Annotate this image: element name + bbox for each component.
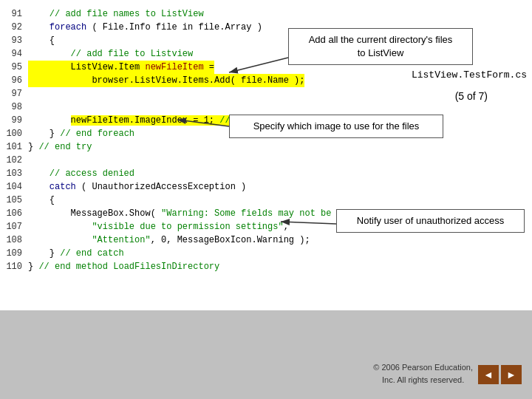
line-num-108: 108 <box>0 233 28 247</box>
tooltip-add-files: Add all the current directory's files to… <box>288 28 473 65</box>
code-line-109: 109 } // end catch <box>0 247 532 260</box>
code-text-91: // add file names to ListView <box>28 7 204 21</box>
copyright-text: © 2006 Pearson Education, Inc. All right… <box>373 361 473 386</box>
line-num-102: 102 <box>0 154 28 167</box>
code-line-98: 98 <box>0 100 532 114</box>
tooltip-notify-user: Notify user of unauthorized access <box>336 209 525 233</box>
bottom-bar: © 2006 Pearson Education, Inc. All right… <box>0 310 532 399</box>
line-num-110: 110 <box>0 260 28 273</box>
code-text-94: // add file to Listview <box>28 47 193 61</box>
prev-button[interactable]: ◄ <box>478 365 499 384</box>
tooltip-specify-image: Specify which image to use for the files <box>229 115 443 138</box>
code-text-104: catch ( UnauthorizedAccessException ) <box>28 180 246 194</box>
code-line-104: 104 catch ( UnauthorizedAccessException … <box>0 180 532 194</box>
code-text-100: } // end foreach <box>28 127 134 140</box>
code-line-102: 102 <box>0 154 532 167</box>
code-line-91: 91 // add file names to ListView <box>0 7 532 21</box>
code-line-105: 105 { <box>0 194 532 207</box>
line-num-103: 103 <box>0 167 28 180</box>
code-text-103: // access denied <box>28 167 134 180</box>
next-button[interactable]: ► <box>501 365 522 384</box>
code-text-108: "Attention", 0, MessageBoxIcon.Warning )… <box>28 233 310 247</box>
line-num-97: 97 <box>0 87 28 100</box>
line-num-93: 93 <box>0 34 28 47</box>
line-num-94: 94 <box>0 47 28 61</box>
line-num-95: 95 <box>0 61 28 74</box>
code-text-96: browser.ListView.Items.Add( file.Name ); <box>28 74 304 87</box>
line-num-105: 105 <box>0 194 28 207</box>
step-indicator: (5 of 7) <box>455 90 488 102</box>
code-text-110: } // end method LoadFilesInDirectory <box>28 260 219 273</box>
line-num-104: 104 <box>0 180 28 194</box>
code-text-101: } // end try <box>28 140 92 154</box>
code-text-95: ListView.Item newFileItem = <box>28 61 214 74</box>
code-text-109: } // end catch <box>28 247 124 260</box>
line-num-92: 92 <box>0 21 28 34</box>
code-line-97: 97 <box>0 87 532 100</box>
code-line-103: 103 // access denied <box>0 167 532 180</box>
line-num-98: 98 <box>0 100 28 114</box>
code-text-92: foreach ( File.Info file in file.Array ) <box>28 21 262 34</box>
line-num-106: 106 <box>0 207 28 220</box>
code-text-106: MessageBox.Show( "Warning: Some fields m… <box>28 207 352 220</box>
code-line-108: 108 "Attention", 0, MessageBoxIcon.Warni… <box>0 233 532 247</box>
line-num-96: 96 <box>0 74 28 87</box>
form-label: ListView.TestForm.cs <box>410 69 528 81</box>
line-num-101: 101 <box>0 140 28 154</box>
code-text-107: "visible due to permission settings", <box>28 220 289 233</box>
code-line-110: 110 } // end method LoadFilesInDirectory <box>0 260 532 273</box>
line-num-107: 107 <box>0 220 28 233</box>
line-num-91: 91 <box>0 7 28 21</box>
line-num-99: 99 <box>0 114 28 127</box>
nav-buttons: ◄ ► <box>478 365 522 384</box>
line-num-100: 100 <box>0 127 28 140</box>
line-num-109: 109 <box>0 247 28 260</box>
code-text-93: { <box>28 34 55 47</box>
code-text-105: { <box>28 194 55 207</box>
code-line-101: 101 } // end try <box>0 140 532 154</box>
